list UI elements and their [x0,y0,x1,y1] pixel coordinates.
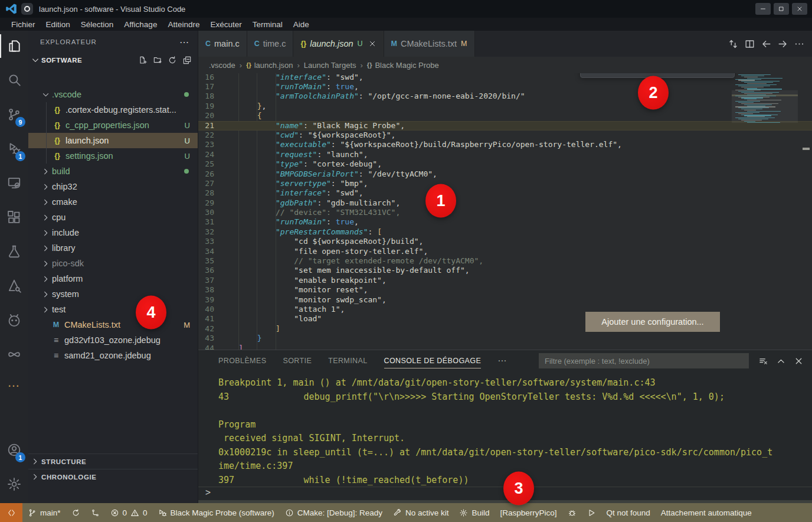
new-folder-button[interactable] [153,56,162,65]
section-chronologie[interactable]: CHRONOLOGIE [28,469,198,484]
debug-power-button[interactable] [602,73,616,75]
tree-item-cmakelists-txt[interactable]: MCMakeLists.txtM [28,317,198,332]
activity-files[interactable] [0,31,28,61]
panel-tab-terminal[interactable]: TERMINAL [328,350,367,371]
debug-step-out-button[interactable] [667,73,681,75]
status-git-graph[interactable] [86,503,105,522]
menu-sélection[interactable]: Sélection [76,19,119,30]
tree-item-chip32[interactable]: chip32 [28,179,198,194]
status-qt-not-found[interactable]: Qt not found [601,503,656,522]
activity-run-debug[interactable]: 1 [0,133,28,164]
tab-cmakelists-txt[interactable]: MCMakeLists.txtM [384,31,475,57]
tree-item-system[interactable]: system [28,286,198,302]
breadcrumb-item[interactable]: {}launch.json [246,61,293,70]
editor-scrollbar[interactable] [800,73,812,350]
debug-gripper-button[interactable] [585,73,600,75]
close-button[interactable] [794,356,804,366]
activity-platformio[interactable] [0,305,28,335]
breadcrumb-item[interactable]: Launch Targets [304,61,356,70]
workspace-section-header[interactable]: SOFTWARE [28,53,198,67]
activity-ellipsis[interactable]: ⋯ [0,373,28,404]
panel-tab-probl-mes[interactable]: PROBLÈMES [218,350,266,371]
menu-atteindre[interactable]: Atteindre [162,19,205,30]
sidebar-more-icon[interactable]: ⋯ [179,37,189,48]
minimap[interactable] [732,73,798,350]
tree-item-gd32vf103-ozone-jdebug[interactable]: ≡gd32vf103_ozone.jdebug [28,332,198,348]
debug-console-filter-input[interactable] [539,353,749,368]
tree-item-test[interactable]: test [28,302,198,317]
tree-item-pico-sdk[interactable]: pico-sdk [28,256,198,271]
activity-source-control[interactable]: 9 [0,99,28,130]
status-main-[interactable]: main* [22,503,66,522]
collapse-all-button[interactable] [182,56,192,65]
add-configuration-button[interactable]: Ajouter une configuration... [585,312,720,332]
tab-main-c[interactable]: Cmain.c [198,31,247,57]
close-button[interactable] [792,3,807,15]
status-remote[interactable] [0,503,22,522]
status-cmake-debug-ready[interactable]: CMake: [Debug]: Ready [280,503,388,522]
menu-terminal[interactable]: Terminal [247,19,288,30]
tree-item-cmake[interactable]: cmake [28,194,198,210]
debug-step-into-button[interactable] [650,73,664,75]
menu-affichage[interactable]: Affichage [119,19,162,30]
tree-item-platform[interactable]: platform [28,271,198,286]
activity-vs-intellicode[interactable] [0,339,28,370]
tree-item--vscode[interactable]: .vscode [28,87,198,102]
tree-item-library[interactable]: library [28,240,198,256]
new-file-button[interactable] [138,56,148,65]
menu-fichier[interactable]: Fichier [6,19,41,30]
open-changes-button[interactable] [728,38,739,50]
arrow-left-button[interactable] [761,38,772,50]
breadcrumb-item[interactable]: .vscode [209,61,235,70]
menu-edition[interactable]: Edition [41,19,76,30]
maximize-button[interactable] [774,3,789,15]
split-editor-button[interactable] [744,38,755,50]
breadcrumb-item[interactable]: {}Black Magic Probe [367,61,439,70]
tree-item-include[interactable]: include [28,225,198,240]
section-structure[interactable]: STRUCTURE [28,454,198,469]
status--raspberrypico-[interactable]: [RaspberryPico] [495,503,562,522]
debug-stop-button[interactable] [699,73,713,75]
arrow-right-button[interactable] [777,38,788,50]
activity-extensions[interactable] [0,202,28,233]
tree-item-samd21-ozone-jdebug[interactable]: ≡samd21_ozone.jdebug [28,348,198,363]
activity-search[interactable] [0,65,28,96]
more-ellipsis-button[interactable] [794,38,805,50]
tree-item-build[interactable]: build [28,164,198,179]
panel-tab-console-de-d-bogage[interactable]: CONSOLE DE DÉBOGAGE [384,350,482,371]
status-bug[interactable] [562,503,582,522]
status-play[interactable] [582,503,601,522]
activity-remote-explorer[interactable] [0,168,28,198]
tab-launch-json[interactable]: {}launch.jsonU [293,31,384,57]
debug-continue-button[interactable] [618,73,632,75]
debug-restart-button[interactable] [683,73,697,75]
tree-item-launch-json[interactable]: {}launch.jsonU [28,133,198,148]
minimize-button[interactable] [755,3,771,15]
tab-time-c[interactable]: Ctime.c [247,31,294,57]
menu-exécuter[interactable]: Exécuter [205,19,247,30]
code-editor[interactable]: 16 "interface": "swd",17 "runToMain": tr… [198,73,812,350]
status-no-active-kit[interactable]: No active kit [388,503,454,522]
activity-settings-gear[interactable] [0,469,28,500]
tab-close-icon[interactable] [368,40,376,48]
debug-step-over-button[interactable] [634,73,649,75]
tree-item-settings-json[interactable]: {}settings.jsonU [28,148,198,164]
activity-test-beaker[interactable] [0,236,28,267]
status-0[interactable]: 00 [105,503,153,522]
clear-console-button[interactable] [758,356,768,366]
debug-chevron-down-button[interactable] [715,73,729,75]
tree-item--cortex-debug-registers-stat-[interactable]: {}.cortex-debug.registers.stat... [28,102,198,118]
status-attachement-automatique[interactable]: Attachement automatique [656,503,757,522]
tree-item-cpu[interactable]: cpu [28,210,198,225]
status-sync[interactable] [66,503,86,522]
status-build[interactable]: Build [454,503,495,522]
menu-aide[interactable]: Aide [288,19,315,30]
activity-account[interactable]: 1 [0,435,28,465]
status-black-magic-probe-software-[interactable]: Black Magic Probe (software) [153,503,280,522]
activity-cmake-tools[interactable] [0,270,28,301]
panel-more-icon[interactable]: ⋯ [497,355,507,366]
panel-tab-sortie[interactable]: SORTIE [283,350,312,371]
refresh-button[interactable] [168,56,177,65]
chevron-up-button[interactable] [776,356,786,366]
tree-item-c-cpp-properties-json[interactable]: {}c_cpp_properties.jsonU [28,118,198,133]
